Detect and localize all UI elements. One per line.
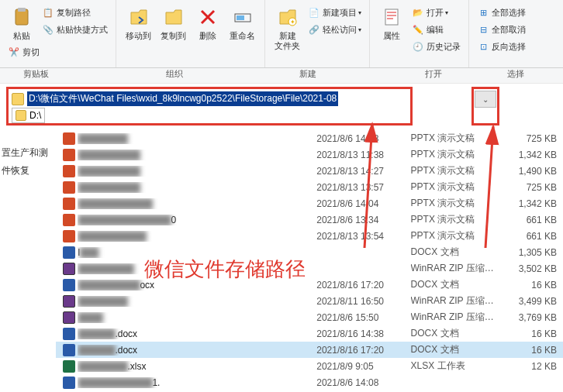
file-date: 2021/8/11 16:50 [316,296,410,307]
select-all-button[interactable]: ⊞全部选择 [474,5,529,20]
file-row[interactable]: ██████████2021/8/13 11:38PPTX 演示文稿1,342 … [56,146,563,163]
properties-icon [379,5,404,29]
new-item-button[interactable]: 📄新建项目▾ [305,5,364,20]
rename-icon [230,5,255,29]
svg-text:✦: ✦ [289,19,295,26]
rename-button[interactable]: 重命名 [225,2,260,44]
edit-icon: ✏️ [412,23,424,36]
file-size: 661 KB [512,215,563,225]
file-name: ████ [78,312,316,323]
copy-path-button[interactable]: 📋复制路径 [39,5,111,20]
file-name: ██████.docx [78,328,316,339]
file-type-icon [60,377,78,389]
file-row[interactable]: ████████2021/8/11 16:50WinRAR ZIP 压缩…3,4… [56,293,563,309]
file-row[interactable]: ██████.docx2021/8/16 14:38DOCX 文档16 KB [56,325,563,342]
open-button[interactable]: 📂打开▾ [409,5,464,20]
file-row[interactable]: ██████████2021/8/13 13:57PPTX 演示文稿725 KB [56,179,563,195]
history-button[interactable]: 🕘历史记录 [409,39,464,54]
address-bar[interactable]: D:\微信文件\WeChat Files\wxid_8k9lncwg0p2522… [12,91,338,106]
sidebar-item[interactable]: 置生产和测 [0,144,56,162]
file-type: WinRAR ZIP 压缩… [411,311,513,324]
file-type: PPTX 演示文稿 [411,164,513,177]
file-date: 2021/8/6 14:08 [316,377,410,388]
file-row[interactable]: ███████████2021/8/13 13:54PPTX 演示文稿661 K… [56,228,563,244]
open-icon: 📂 [412,6,424,19]
new-folder-button[interactable]: ✦新建 文件夹 [270,2,305,54]
file-size: 16 KB [512,345,563,356]
group-new: ✦新建 文件夹 📄新建项目▾ 🔗轻松访问▾ [265,0,370,67]
sidebar-item[interactable]: 件恢复 [0,162,56,180]
clipboard-icon [9,5,34,29]
folder-icon [12,93,24,105]
file-type-icon [60,230,78,242]
file-size: 661 KB [512,231,563,242]
edit-button[interactable]: ✏️编辑 [409,22,464,37]
file-name: ███████████ [78,231,316,242]
open-group-label: 打开 [425,68,442,80]
file-type-icon [60,246,78,259]
file-date: 2021/8/16 17:20 [316,345,410,356]
file-type-icon [60,214,78,226]
shortcut-icon: 📎 [42,23,54,36]
file-size: 1,305 KB [512,247,563,258]
properties-button[interactable]: 属性 [375,2,409,54]
file-name: ████████████ [78,198,316,209]
address-dropdown-button[interactable]: ⌄ [475,91,496,108]
cut-button[interactable]: ✂️剪切 [5,44,43,60]
file-name: ████████.xlsx [78,361,316,372]
move-icon [126,5,151,29]
address-area: D:\微信文件\WeChat Files\wxid_8k9lncwg0p2522… [0,84,563,130]
file-row[interactable]: l███DOCX 文档1,305 KB [56,244,563,260]
file-name: ██████████ [78,166,316,177]
file-name: ██████████ [78,150,316,160]
select-all-icon: ⊞ [477,6,489,19]
file-date: 2021/8/13 11:38 [316,150,410,160]
address-suggestion[interactable]: D:\ [12,108,45,123]
file-type-icon [60,132,78,145]
copy-to-button[interactable]: 复制到 [156,2,191,44]
select-none-button[interactable]: ⊟全部取消 [474,22,529,37]
ribbon-group-labels: 剪贴板 组织 新建 打开 选择 [0,68,563,84]
file-row[interactable]: ███████████████02021/8/6 13:34PPTX 演示文稿6… [56,211,563,228]
file-row[interactable]: ████2021/8/6 15:50WinRAR ZIP 压缩…3,769 KB [56,309,563,325]
file-row[interactable]: ████████████2021/8/6 14:04PPTX 演示文稿1,342… [56,195,563,211]
file-size: 1,490 KB [512,166,563,177]
file-type-icon [60,181,78,194]
file-date: 2021/8/6 14:04 [316,198,410,209]
file-type: DOCX 文档 [411,246,513,259]
group-clipboard: 粘贴 📋复制路径 📎粘贴快捷方式 ✂️剪切 [0,0,116,67]
file-row[interactable]: █████████WinRAR ZIP 压缩…3,502 KB [56,260,563,277]
file-date: 2021/8/6 13:34 [316,215,410,225]
file-name: ████████ [78,133,316,144]
file-size: 1,342 KB [512,198,563,209]
chevron-down-icon: ⌄ [482,95,489,104]
file-row[interactable]: ██████████ocx2021/8/16 17:20DOCX 文档16 KB [56,277,563,293]
chevron-down-icon: ▾ [358,9,361,16]
file-row[interactable]: ████████████1.2021/8/6 14:08 [56,374,563,390]
file-row[interactable]: ████████.xlsx2021/8/9 9:05XLSX 工作表12 KB [56,358,563,374]
file-type-icon [60,165,78,177]
file-name: ██████.docx [78,345,316,356]
new-folder-icon: ✦ [275,5,300,29]
dropdown-highlight-box: ⌄ [471,87,499,126]
file-list: ████████2021/8/6 14:08PPTX 演示文稿725 KB███… [56,130,563,390]
file-row[interactable]: ████████2021/8/6 14:08PPTX 演示文稿725 KB [56,130,563,146]
delete-button[interactable]: 删除 [191,2,225,44]
file-name: l███ [78,247,316,258]
new-item-icon: 📄 [308,6,320,19]
easy-access-button[interactable]: 🔗轻松访问▾ [305,22,364,37]
file-row[interactable]: ██████████2021/8/13 14:27PPTX 演示文稿1,490 … [56,163,563,179]
move-to-button[interactable]: 移动到 [121,2,156,44]
file-type: WinRAR ZIP 压缩… [411,262,513,275]
file-row[interactable]: ██████.docx2021/8/16 17:20DOCX 文档16 KB [56,342,563,358]
file-name: ████████████1. [78,377,316,388]
svg-rect-6 [385,9,398,25]
select-group-label: 选择 [507,68,524,80]
paste-button[interactable]: 粘贴 [5,2,39,44]
chevron-down-icon: ▾ [358,26,361,33]
sidebar-fragment: 置生产和测 件恢复 [0,144,56,180]
new-group-label: 新建 [299,68,316,80]
file-type-icon [60,263,78,275]
paste-shortcut-button[interactable]: 📎粘贴快捷方式 [39,22,111,37]
invert-selection-button[interactable]: ⊡反向选择 [474,39,529,54]
